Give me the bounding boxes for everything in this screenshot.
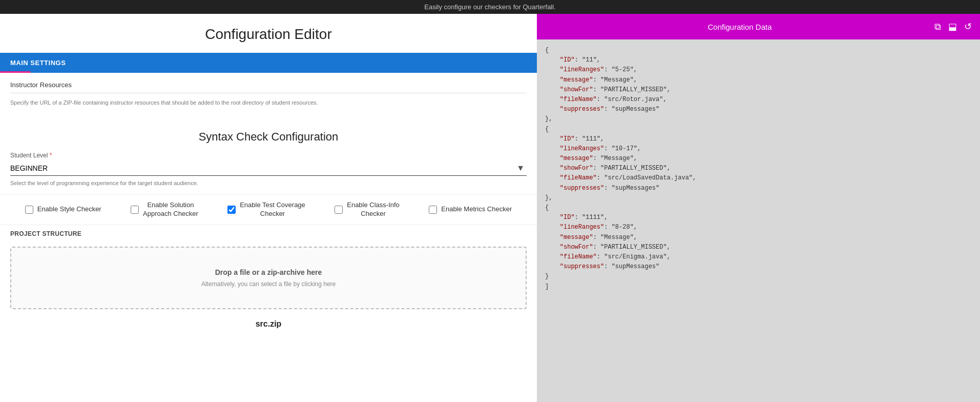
student-level-select-wrapper: BEGINNER INTERMEDIATE ADVANCED ▼ xyxy=(10,161,527,176)
instructor-resources-divider xyxy=(10,93,527,93)
student-level-section: Student Level * BEGINNER INTERMEDIATE AD… xyxy=(0,152,537,194)
student-level-label: Student Level * xyxy=(10,152,527,159)
page-title: Configuration Editor xyxy=(0,14,537,53)
metrics-checker-label[interactable]: Enable Metrics Checker xyxy=(441,205,512,214)
right-panel-header: Configuration Data ⧉ ⬓ ↺ xyxy=(537,14,980,39)
top-banner: Easily configure our checkers for Quarte… xyxy=(0,0,980,14)
copy-icon[interactable]: ⧉ xyxy=(934,22,941,32)
main-layout: Configuration Editor MAIN SETTINGS Instr… xyxy=(0,14,980,402)
required-indicator: * xyxy=(50,152,52,159)
classinfo-checker-label[interactable]: Enable Class-InfoChecker xyxy=(347,201,400,218)
instructor-resources-section: Instructor Resources Specify the URL of … xyxy=(0,73,537,120)
instructor-resources-description: Specify the URL of a ZIP-file containing… xyxy=(10,99,527,106)
testcoverage-checker-checkbox[interactable] xyxy=(227,206,236,214)
right-panel-icons: ⧉ ⬓ ↺ xyxy=(934,21,972,32)
testcoverage-checker-label[interactable]: Enable Test CoverageChecker xyxy=(240,201,305,218)
syntax-check-title: Syntax Check Configuration xyxy=(0,120,537,152)
student-level-description: Select the level of programming experien… xyxy=(10,180,527,186)
dropzone-main-text: Drop a file or a zip-archive here xyxy=(22,268,515,276)
paste-icon[interactable]: ⬓ xyxy=(948,21,957,32)
style-checker-label[interactable]: Enable Style Checker xyxy=(37,205,101,214)
classinfo-checker-item: Enable Class-InfoChecker xyxy=(335,201,400,218)
main-settings-header: MAIN SETTINGS xyxy=(0,53,537,73)
metrics-checker-item: Enable Metrics Checker xyxy=(429,205,512,214)
checkers-row: Enable Style Checker Enable SolutionAppr… xyxy=(0,194,537,225)
configuration-data-block: { "ID": "11", "lineRanges": "5-25", "mes… xyxy=(537,39,980,402)
classinfo-checker-checkbox[interactable] xyxy=(335,206,343,214)
top-banner-text: Easily configure our checkers for Quarte… xyxy=(424,3,556,11)
testcoverage-checker-item: Enable Test CoverageChecker xyxy=(227,201,305,218)
solution-checker-checkbox[interactable] xyxy=(131,206,139,214)
left-panel: Configuration Editor MAIN SETTINGS Instr… xyxy=(0,14,537,402)
file-dropzone[interactable]: Drop a file or a zip-archive here Altern… xyxy=(10,247,527,309)
project-structure-header: PROJECT STRUCTURE xyxy=(0,225,537,243)
style-checker-checkbox[interactable] xyxy=(25,206,33,214)
file-name-label: src.zip xyxy=(0,313,537,331)
dropzone-sub-text: Alternatively, you can select a file by … xyxy=(22,280,515,288)
main-settings-label: MAIN SETTINGS xyxy=(10,59,66,67)
metrics-checker-checkbox[interactable] xyxy=(429,206,437,214)
student-level-select[interactable]: BEGINNER INTERMEDIATE ADVANCED xyxy=(10,161,527,175)
solution-checker-item: Enable SolutionApproach Checker xyxy=(131,201,198,218)
reset-icon[interactable]: ↺ xyxy=(964,21,972,32)
style-checker-item: Enable Style Checker xyxy=(25,205,101,214)
right-panel: Configuration Data ⧉ ⬓ ↺ { "ID": "11", "… xyxy=(537,14,980,402)
solution-checker-label[interactable]: Enable SolutionApproach Checker xyxy=(143,201,198,218)
instructor-resources-label: Instructor Resources xyxy=(10,81,527,89)
right-panel-title: Configuration Data xyxy=(545,23,934,31)
